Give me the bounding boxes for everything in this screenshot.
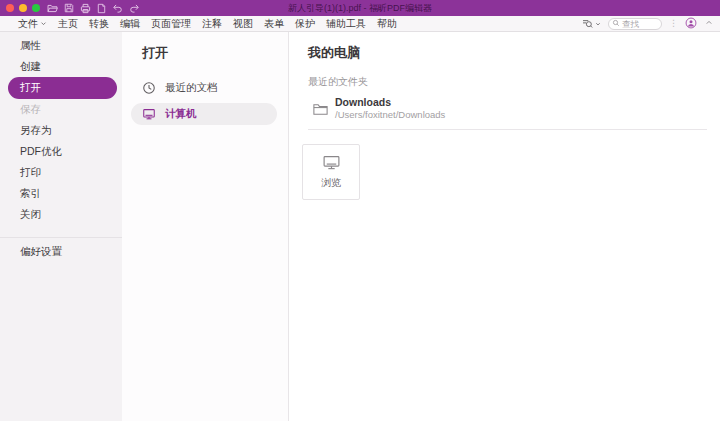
chevron-down-icon [595,21,601,27]
folder-icon [312,101,329,117]
app-body: 属性 创建 打开 保存 另存为 PDF优化 打印 索引 关闭 偏好设置 打开 最… [0,32,720,421]
menu-file-label: 文件 [18,17,38,31]
file-menu-sidebar: 属性 创建 打开 保存 另存为 PDF优化 打印 索引 关闭 偏好设置 [0,32,122,421]
account-avatar[interactable] [685,17,697,31]
computer-panel-title: 我的电脑 [308,45,720,61]
new-document-icon[interactable] [97,3,106,14]
sidebar-item-index[interactable]: 索引 [0,183,122,204]
sidebar-item-open[interactable]: 打开 [8,77,117,99]
zoom-window-button[interactable] [32,4,40,12]
search-box[interactable] [608,18,662,30]
sidebar-item-save-as[interactable]: 另存为 [0,120,122,141]
sidebar-divider [0,237,122,238]
menu-file[interactable]: 文件 [18,17,47,31]
monitor-icon [322,154,341,171]
clock-icon [142,81,156,95]
open-item-label: 计算机 [165,107,197,121]
traffic-lights [6,4,40,12]
window-titlebar: 新人引导(1)(1).pdf - 福昕PDF编辑器 [0,0,720,16]
menu-help[interactable]: 帮助 [377,17,397,31]
collapse-toolbar-button[interactable] [704,18,714,29]
sidebar-item-pdf-optimize[interactable]: PDF优化 [0,141,122,162]
menu-bar: 文件 主页 转换 编辑 页面管理 注释 视图 表单 保护 辅助工具 帮助 [0,16,720,32]
sidebar-item-save: 保存 [0,99,122,120]
redo-icon[interactable] [129,3,140,13]
print-icon[interactable] [80,3,91,14]
browse-label: 浏览 [321,176,341,190]
menu-form[interactable]: 表单 [264,17,284,31]
search-input[interactable] [622,19,658,29]
open-panel: 打开 最近的文档 计算机 [122,32,289,421]
open-panel-title: 打开 [142,45,288,61]
recent-folder-name: Downloads [335,96,445,109]
open-location-list: 最近的文档 计算机 [122,77,288,125]
computer-icon [142,107,156,121]
menu-comment[interactable]: 注释 [202,17,222,31]
menu-view[interactable]: 视图 [233,17,253,31]
open-folder-icon[interactable] [47,3,58,14]
section-divider [308,129,707,130]
recent-folders-label: 最近的文件夹 [308,75,720,89]
sidebar-item-close[interactable]: 关闭 [0,204,122,225]
menu-page-management[interactable]: 页面管理 [151,17,191,31]
undo-icon[interactable] [112,3,123,13]
menu-home[interactable]: 主页 [58,17,78,31]
sidebar-item-create[interactable]: 创建 [0,56,122,77]
sidebar-item-preferences[interactable]: 偏好设置 [0,241,122,262]
recent-folder-path: /Users/foxitnet/Downloads [335,109,445,121]
menu-edit[interactable]: 编辑 [120,17,140,31]
save-icon[interactable] [64,3,74,13]
open-item-computer[interactable]: 计算机 [131,103,277,125]
menubar-right-tools: ⋮ [581,17,714,31]
more-options-divider: ⋮ [669,19,678,28]
open-item-label: 最近的文档 [165,81,218,95]
sidebar-item-print[interactable]: 打印 [0,162,122,183]
open-item-recent-documents[interactable]: 最近的文档 [122,77,288,99]
menu-accessibility-tools[interactable]: 辅助工具 [326,17,366,31]
computer-panel: 我的电脑 最近的文件夹 Downloads /Users/foxitnet/Do… [289,32,720,421]
quick-access-toolbar [47,3,140,14]
sidebar-item-properties[interactable]: 属性 [0,35,122,56]
menu-convert[interactable]: 转换 [89,17,109,31]
recent-folder-item[interactable]: Downloads /Users/foxitnet/Downloads [289,96,720,121]
menu-protect[interactable]: 保护 [295,17,315,31]
minimize-window-button[interactable] [19,4,27,12]
chevron-down-icon [40,18,47,29]
search-icon [612,18,620,29]
browse-button[interactable]: 浏览 [302,144,360,200]
close-window-button[interactable] [6,4,14,12]
menu-items: 文件 主页 转换 编辑 页面管理 注释 视图 表单 保护 辅助工具 帮助 [18,17,397,31]
find-replace-button[interactable] [581,18,601,30]
